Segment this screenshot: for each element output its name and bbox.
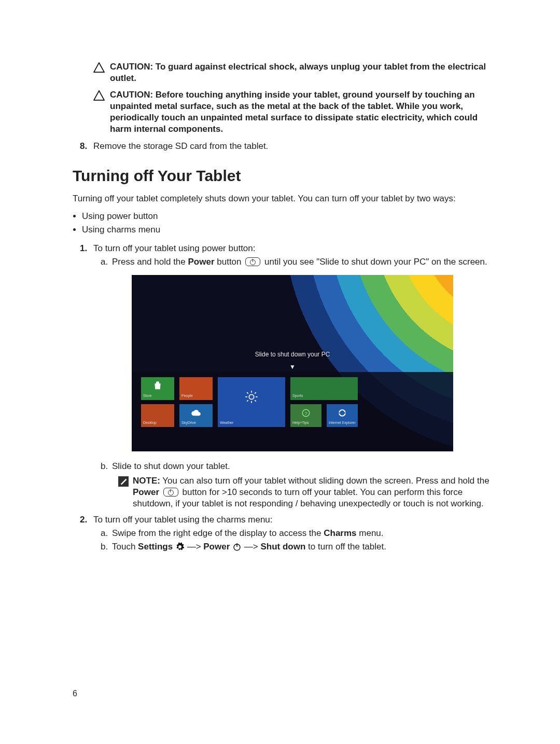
caution-block-2: CAUTION: Before touching anything inside… — [93, 89, 493, 135]
power-icon — [232, 542, 244, 552]
sun-icon — [244, 390, 259, 405]
bag-icon — [152, 381, 163, 392]
caution-text-2: CAUTION: Before touching anything inside… — [110, 89, 493, 135]
caution-body: Before touching anything inside your tab… — [110, 90, 478, 134]
tile-skydrive: SkyDrive — [179, 404, 213, 427]
svg-point-2 — [249, 394, 254, 399]
power-button-icon — [245, 257, 260, 266]
substep-letter: b. — [101, 541, 112, 553]
tile-weather: Weather — [218, 377, 285, 427]
step-text: To turn off your tablet using power butt… — [93, 243, 493, 254]
substep-2a: a. Swipe from the right edge of the disp… — [101, 528, 493, 539]
tile-people: People — [179, 377, 213, 400]
tile-sports: Sports — [290, 377, 358, 400]
gear-icon — [175, 542, 187, 552]
caution-body: To guard against electrical shock, alway… — [110, 62, 486, 83]
caution-block-1: CAUTION: To guard against electrical sho… — [93, 61, 493, 84]
list-item: Using power button — [82, 211, 493, 222]
tile-store: Store — [141, 377, 174, 400]
step-1: 1. To turn off your tablet using power b… — [80, 243, 493, 254]
tile-help: ? Help+Tips — [290, 404, 321, 427]
substep-text: Swipe from the right edge of the display… — [112, 528, 384, 539]
svg-text:?: ? — [304, 410, 307, 416]
substeps-1: a. Press and hold the Power button until… — [101, 256, 493, 509]
step-number: 1. — [80, 243, 93, 254]
page-number: 6 — [73, 688, 77, 699]
section-heading: Turning off Your Tablet — [73, 166, 493, 186]
step-number: 8. — [80, 141, 93, 152]
charms-word: Charms — [324, 528, 356, 538]
list-item: Using charms menu — [82, 224, 493, 236]
caution-icon — [93, 90, 105, 101]
cloud-icon — [190, 409, 202, 418]
tile-desktop: Desktop — [141, 404, 174, 427]
intro-paragraph: Turning off your tablet completely shuts… — [73, 193, 493, 204]
substep-text: Press and hold the Power button until yo… — [112, 256, 487, 268]
power-word: Power — [188, 257, 214, 267]
svg-line-10 — [255, 392, 256, 393]
power-word: Power — [133, 487, 159, 497]
svg-line-8 — [255, 400, 256, 401]
chevron-down-icon: ▼ — [289, 363, 296, 371]
step-text: Remove the storage SD card from the tabl… — [93, 141, 493, 152]
power-word: Power — [203, 542, 230, 552]
settings-word: Settings — [138, 542, 173, 552]
slide-to-shutdown-screenshot: Slide to shut down your PC ▼ Store Deskt… — [132, 275, 453, 451]
note-text: NOTE: You can also turn off your tablet … — [133, 475, 493, 509]
substeps-2: a. Swipe from the right edge of the disp… — [101, 528, 493, 553]
svg-marker-1 — [94, 91, 104, 100]
substep-1a: a. Press and hold the Power button until… — [101, 256, 493, 268]
ie-icon — [337, 408, 347, 419]
substep-text: Touch Settings —> Power —> Shut down to … — [112, 541, 386, 553]
methods-list: Using power button Using charms menu — [82, 211, 493, 236]
caution-label: CAUTION: — [110, 90, 153, 100]
caution-text-1: CAUTION: To guard against electrical sho… — [110, 61, 493, 84]
substep-text: Slide to shut down your tablet. — [112, 461, 230, 472]
step-number: 2. — [80, 514, 93, 526]
step-text: To turn off your tablet using the charms… — [93, 514, 493, 526]
substep-2b: b. Touch Settings —> Power —> Shut down … — [101, 541, 493, 553]
svg-line-9 — [247, 400, 248, 401]
svg-line-7 — [247, 392, 248, 393]
substep-letter: a. — [101, 256, 112, 268]
power-button-icon — [163, 488, 178, 497]
substep-letter: a. — [101, 528, 112, 539]
slide-label: Slide to shut down your PC — [132, 351, 453, 359]
substep-1b: b. Slide to shut down your tablet. — [101, 461, 493, 472]
step-2: 2. To turn off your tablet using the cha… — [80, 514, 493, 526]
caution-icon — [93, 62, 105, 73]
help-icon: ? — [301, 408, 311, 419]
substep-letter: b. — [101, 461, 112, 472]
start-tiles: Store Desktop People SkyDrive Weather — [141, 377, 444, 427]
svg-marker-0 — [94, 63, 104, 72]
tile-ie: Internet Explorer — [327, 404, 358, 427]
note-label: NOTE: — [133, 476, 160, 486]
note-block: NOTE: You can also turn off your tablet … — [118, 475, 493, 509]
shutdown-word: Shut down — [260, 542, 305, 552]
caution-label: CAUTION: — [110, 62, 153, 72]
note-icon — [118, 476, 129, 487]
document-page: CAUTION: To guard against electrical sho… — [0, 0, 560, 744]
step-8: 8. Remove the storage SD card from the t… — [80, 141, 493, 152]
